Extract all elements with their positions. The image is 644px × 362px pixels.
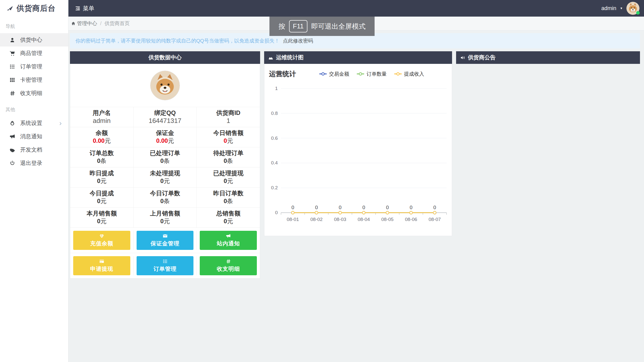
action-button-cell: 申请提现 [70,256,133,275]
nav-section-label: 其他 [0,100,68,116]
legend-marker-icon [394,73,402,74]
legend-label: 交易金额 [329,71,349,77]
svg-text:0: 0 [386,205,389,210]
action-button-heartbeat[interactable]: 充值余额 [73,231,130,250]
stat-value: 0条 [197,157,260,165]
svg-text:0: 0 [433,205,436,210]
legend-item[interactable]: 提成收入 [394,71,424,77]
handshake-icon [9,147,16,153]
home-icon [71,21,76,26]
sidebar-item-label: 开发文档 [20,146,42,154]
sidebar-item-grid[interactable]: 卡密管理 [0,73,68,86]
action-button-label: 站内通知 [217,240,240,247]
svg-text:08-07: 08-07 [429,217,441,222]
legend-marker-icon [357,73,364,74]
f11-key-badge: F11 [289,20,307,32]
stat-cell: 今日销售额0元 [196,127,260,147]
stat-row: 今日提成0元今日订单数0条昨日订单数0条 [70,187,260,207]
stat-value: 0条 [70,157,133,165]
legend-label: 提成收入 [404,71,424,77]
action-button-cell: 充值余额 [70,231,133,250]
stat-value: 0.00元 [134,137,197,145]
svg-text:08-06: 08-06 [405,217,417,222]
stat-label: 总销售额 [197,210,260,217]
area-chart-icon [268,55,273,60]
sidebar-item-label: 系统设置 [20,119,42,127]
stat-cell: 已处理订单0条 [133,147,197,167]
stat-label: 已处理订单 [134,149,197,157]
breadcrumb-home[interactable]: 管理中心 [77,20,97,27]
datacenter-title: 供货数据中心 [148,54,182,61]
svg-text:0.8: 0.8 [271,111,278,116]
action-button-cell: 订单管理 [133,256,197,275]
topbar: 菜单 admin ▼ [68,0,644,17]
legend-item[interactable]: 订单数量 [357,71,387,77]
stat-value: 0元 [134,217,197,225]
legend-item[interactable]: 交易金额 [319,71,349,77]
sidebar-item-label: 消息通知 [20,133,42,140]
stat-label: 绑定QQ [134,109,197,117]
content: 你的密码过于简单，请不要使用较短的纯数字或自己的QQ号当做密码，以免造成资金损失… [68,31,644,279]
svg-text:0.6: 0.6 [271,135,278,141]
list-icon [9,64,16,70]
action-button-credit-card[interactable]: 申请提现 [73,256,130,275]
svg-text:0: 0 [410,205,412,210]
stat-label: 未处理提现 [134,169,197,177]
datacenter-panel: 供货数据中心 用户名admin绑定QQ164471317供货商ID1余额0.00… [70,51,260,279]
stat-value: admin [70,117,133,125]
datacenter-panel-body: 用户名admin绑定QQ164471317供货商ID1余额0.00元保证金0.0… [70,64,260,279]
sidebar-item-cart[interactable]: 商品管理 [0,47,68,60]
announcement-panel: 供货商公告 [456,51,640,64]
brand: 供货商后台 [0,0,68,17]
chart-panel-body: 运营统计 交易金额订单数量提成收入 00.20.40.60.8108-0108-… [264,64,452,236]
stat-label: 用户名 [70,109,133,117]
caret-down-icon[interactable]: ▼ [620,7,623,10]
sidebar-item-handshake[interactable]: 开发文档 [0,143,68,156]
action-button-label: 收支明细 [217,265,240,273]
avatar[interactable] [626,2,639,15]
action-button-label: 充值余额 [90,240,113,247]
svg-text:0: 0 [315,205,318,210]
stat-cell: 昨日订单数0条 [196,188,260,207]
stat-cell: 用户名admin [70,107,133,127]
change-password-link[interactable]: 点此修改密码 [283,38,313,43]
stat-cell: 昨日提成0元 [70,167,133,187]
supplier-avatar [150,71,180,100]
chart-title: 运营统计 [269,69,296,78]
action-button-hash[interactable]: 收支明细 [200,256,257,275]
cart-icon [9,50,16,56]
stat-label: 本月销售额 [70,210,133,217]
username: admin [601,5,616,12]
sidebar-item-bullhorn[interactable]: 消息通知 [0,130,68,143]
app-title: 供货商后台 [17,3,56,14]
nav-section-label: 导航 [0,17,68,33]
stat-row: 昨日提成0元未处理提现0元已处理提现0元 [70,167,260,187]
sidebar-item-power[interactable]: 退出登录 [0,156,68,170]
toast-prefix: 按 [278,22,285,31]
bullhorn-icon [226,233,231,239]
sidebar-item-label: 收支明细 [20,89,42,97]
stat-value: 0元 [70,197,133,205]
action-button-list[interactable]: 订单管理 [137,256,194,275]
list-icon [163,259,168,264]
stat-cell: 余额0.00元 [70,127,133,147]
sidebar-item-rebel[interactable]: 系统设置› [0,116,68,130]
svg-text:0: 0 [339,205,341,210]
stat-cell: 订单总数0条 [70,147,133,167]
sidebar-item-hash[interactable]: 收支明细 [0,86,68,100]
stat-value: 0元 [197,137,260,145]
stat-label: 昨日订单数 [197,190,260,197]
action-button-envelope[interactable]: 保证金管理 [137,231,194,250]
credit-card-icon [99,259,104,264]
stat-label: 今日销售额 [197,129,260,137]
sidebar-item-list[interactable]: 订单管理 [0,60,68,73]
toast-suffix: 即可退出全屏模式 [311,22,366,31]
stat-value: 1 [197,117,260,125]
stat-cell: 今日提成0元 [70,188,133,207]
sidebar-item-user[interactable]: 供货中心 [0,33,68,47]
stat-label: 待处理订单 [197,149,260,157]
stat-label: 订单总数 [70,149,133,157]
chevron-right-icon: › [59,120,62,127]
menu-toggle-button[interactable]: 菜单 [68,0,101,17]
action-button-bullhorn[interactable]: 站内通知 [200,231,257,250]
